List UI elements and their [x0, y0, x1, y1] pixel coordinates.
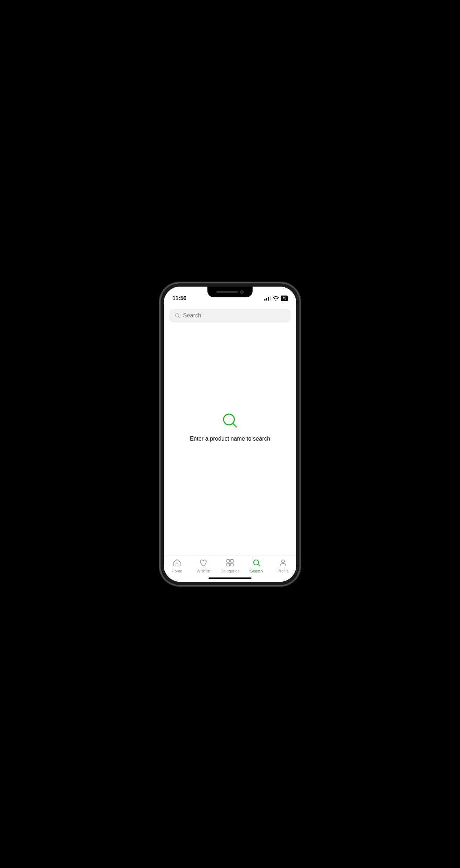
notch	[207, 287, 253, 297]
search-bar[interactable]	[169, 309, 291, 322]
home-indicator	[209, 577, 251, 579]
nav-item-home[interactable]: Home	[164, 558, 190, 573]
svg-rect-2	[227, 560, 230, 562]
svg-rect-4	[227, 563, 230, 566]
nav-item-wishlist[interactable]: Wishlist	[190, 558, 217, 573]
svg-rect-5	[231, 563, 234, 566]
categories-icon	[225, 558, 235, 567]
empty-state-message: Enter a product name to search	[190, 436, 270, 442]
status-time: 11:56	[172, 295, 186, 302]
nav-label-profile: Profile	[277, 569, 288, 573]
search-nav-icon	[252, 558, 261, 567]
nav-label-wishlist: Wishlist	[197, 569, 210, 573]
nav-item-search[interactable]: Search	[243, 558, 270, 573]
search-bar-icon	[174, 313, 180, 318]
search-input[interactable]	[183, 312, 286, 319]
wifi-icon	[273, 296, 279, 301]
app-content: Enter a product name to search	[164, 305, 296, 555]
phone-frame: 11:56 75	[160, 283, 300, 585]
battery-icon: 75	[281, 296, 288, 301]
signal-icon	[264, 296, 271, 301]
svg-point-7	[282, 560, 284, 563]
front-camera	[240, 290, 244, 294]
status-icons: 75	[264, 296, 288, 301]
phone-screen: 11:56 75	[164, 287, 296, 582]
nav-label-categories: Categories	[220, 569, 239, 573]
empty-search-icon	[221, 411, 239, 430]
heart-icon	[199, 558, 208, 567]
home-icon	[172, 558, 182, 567]
nav-item-profile[interactable]: Profile	[270, 558, 296, 573]
status-bar: 11:56 75	[164, 287, 296, 305]
profile-icon	[278, 558, 288, 567]
empty-state: Enter a product name to search	[164, 327, 296, 555]
speaker	[216, 291, 238, 293]
nav-item-categories[interactable]: Categories	[217, 558, 243, 573]
svg-rect-3	[231, 560, 234, 562]
nav-label-home: Home	[172, 569, 182, 573]
search-bar-container	[164, 305, 296, 327]
nav-label-search: Search	[250, 569, 263, 573]
